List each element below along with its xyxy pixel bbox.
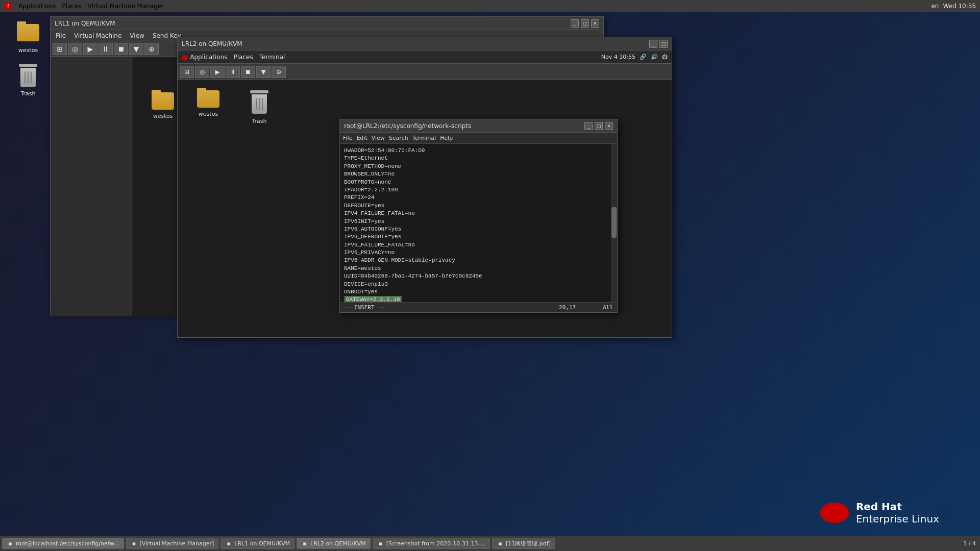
lrl1-restore-button[interactable]: □ <box>581 19 589 28</box>
terminal-minimize-button[interactable]: _ <box>584 122 593 130</box>
terminal-menu-edit[interactable]: Edit <box>356 135 367 141</box>
terminal-menu-view[interactable]: View <box>372 135 385 141</box>
terminal-menu-terminal[interactable]: Terminal <box>412 135 436 141</box>
lrl1-toolbar-btn-4[interactable]: ⏸ <box>99 43 113 55</box>
taskbar-pdf-icon: ▪ <box>497 540 504 547</box>
lrl2-titlebar[interactable]: LRL2 on QEMU/KVM _ □ <box>178 37 672 51</box>
top-taskbar: f Applications Places Virtual Machine Ma… <box>0 0 980 12</box>
taskbar-page-indicator: 1 / 4 <box>963 540 976 547</box>
terminal-line-bootproto: BOOTPROTO=none <box>344 179 613 186</box>
trash-lid <box>19 64 37 67</box>
lrl2-toolbar-btn-5[interactable]: ⏹ <box>241 66 255 78</box>
lrl1-folder-body <box>152 92 174 110</box>
lrl2-toolbar-btn-2[interactable]: ◎ <box>195 66 209 78</box>
fedora-logo: f <box>4 2 12 10</box>
terminal-line-ipv6-autoconf: IPV6_AUTOCONF=yes <box>344 226 613 233</box>
lrl1-toolbar-btn-2[interactable]: ◎ <box>68 43 82 55</box>
redhat-text-group: Red Hat Enterprise Linux <box>856 500 939 525</box>
terminal-line-ipv4-fatal: IPV4_FAILURE_FATAL=no <box>344 210 613 217</box>
terminal-title: root@LRL2:/etc/sysconfig/network-scripts <box>344 122 471 130</box>
trash-icon-shape <box>18 64 38 88</box>
top-bar-applications[interactable]: Applications <box>18 3 56 10</box>
desktop-icon-westos[interactable]: westos <box>10 20 46 54</box>
westos-folder-icon <box>16 20 40 45</box>
taskbar-item-screenshot[interactable]: ▪ [Screenshot from 2020-10-31 13-... <box>373 538 490 549</box>
taskbar-item-vm-manager[interactable]: ▪ [Virtual Machine Manager] <box>126 538 219 549</box>
terminal-menu-search[interactable]: Search <box>389 135 408 141</box>
lrl2-trash-line-3 <box>262 98 263 110</box>
taskbar-pdf-label: [11网络管理.pdf] <box>506 540 551 547</box>
lrl2-toolbar-btn-4[interactable]: ⏸ <box>226 66 240 78</box>
top-bar-left: f Applications Places Virtual Machine Ma… <box>4 2 164 10</box>
lrl2-terminal-label[interactable]: Terminal <box>259 54 285 61</box>
trash-icon <box>16 64 40 88</box>
lrl2-toolbar-btn-6[interactable]: ▼ <box>256 66 271 78</box>
lrl2-westos-label: westos <box>199 111 218 117</box>
taskbar-item-lrl1[interactable]: ▪ LRL1 on QEMU/KVM <box>220 538 295 549</box>
terminal-status-pos: 20,17 All <box>559 304 613 311</box>
lrl1-close-button[interactable]: ✕ <box>591 19 599 28</box>
lrl1-titlebar[interactable]: LRL1 on QEMU/KVM _ □ ✕ <box>51 17 603 30</box>
taskbar-terminal-icon: ▪ <box>7 540 14 547</box>
top-bar-vm-manager[interactable]: Virtual Machine Manager <box>87 3 164 10</box>
folder-icon-shape <box>17 24 39 41</box>
terminal-line-defroute: DEFROUTE=yes <box>344 202 613 210</box>
terminal-menu-file[interactable]: File <box>343 135 352 141</box>
terminal-window-controls: _ □ ✕ <box>584 122 613 130</box>
lrl1-toolbar-btn-5[interactable]: ⏹ <box>114 43 128 55</box>
lrl1-sidebar <box>51 57 132 316</box>
trash-line-3 <box>31 71 32 84</box>
lrl1-menu-file[interactable]: File <box>54 31 68 40</box>
svg-point-2 <box>824 505 845 517</box>
terminal-restore-button[interactable]: □ <box>595 122 603 130</box>
lrl2-fedora-icon: ● <box>182 53 188 61</box>
lrl1-westos-folder-icon <box>152 92 174 110</box>
terminal-line-hwaddr: HWADDR=52:54:00:7D:FA:D0 <box>344 147 613 155</box>
taskbar-lrl1-icon: ▪ <box>225 540 232 547</box>
lrl1-minimize-button[interactable]: _ <box>571 19 579 28</box>
lrl1-westos-label: westos <box>153 113 173 119</box>
taskbar-item-lrl2[interactable]: ▪ LRL2 on QEMU/KVM <box>297 538 371 549</box>
terminal-menu-help[interactable]: Help <box>440 135 453 141</box>
lrl2-minimize-button[interactable]: _ <box>649 40 657 48</box>
taskbar-root-terminal-label: root@localhost:/etc/sysconfig/netw... <box>16 540 119 547</box>
bottom-taskbar: ▪ root@localhost:/etc/sysconfig/netw... … <box>0 536 980 551</box>
lrl2-file-icon-trash[interactable]: Trash <box>239 90 280 124</box>
lrl2-places-label[interactable]: Places <box>234 54 253 61</box>
terminal-titlebar[interactable]: root@LRL2:/etc/sysconfig/network-scripts… <box>340 119 617 133</box>
terminal-line-proxy: PROXY_METHOD=none <box>344 163 613 170</box>
terminal-line-ipv6-fatal: IPV6_FAILURE_FATAL=no <box>344 241 613 249</box>
terminal-close-button[interactable]: ✕ <box>605 122 613 130</box>
top-bar-right: en Wed 10:55 <box>931 3 976 10</box>
trash-body <box>20 68 36 87</box>
top-bar-places[interactable]: Places <box>62 3 81 10</box>
taskbar-item-root-terminal[interactable]: ▪ root@localhost:/etc/sysconfig/netw... <box>2 538 124 549</box>
desktop-icon-trash[interactable]: Trash <box>10 64 46 97</box>
lrl2-power-icon: ⏻ <box>662 54 668 60</box>
desktop: f Applications Places Virtual Machine Ma… <box>0 0 980 551</box>
lrl1-toolbar-btn-1[interactable]: ⊞ <box>53 43 67 55</box>
top-bar-lang: en <box>931 3 939 10</box>
lrl2-trash-lid <box>250 90 268 93</box>
taskbar-item-pdf[interactable]: ▪ [11网络管理.pdf] <box>492 538 555 549</box>
window-lrl2: LRL2 on QEMU/KVM _ □ ● Applications Plac… <box>177 37 672 338</box>
top-bar-fedora-icon[interactable]: f <box>4 2 12 10</box>
lrl2-toolbar-btn-1[interactable]: ⊞ <box>180 66 194 78</box>
lrl1-menu-view[interactable]: View <box>128 31 146 40</box>
lrl1-toolbar-btn-3[interactable]: ▶ <box>83 43 97 55</box>
lrl2-topbar-right: Nov 4 10:55 🔗 🔊 ⏻ <box>601 54 668 60</box>
lrl1-toolbar-btn-6[interactable]: ▼ <box>129 43 143 55</box>
lrl2-apps-item[interactable]: ● Applications <box>182 53 228 61</box>
lrl2-restore-button[interactable]: □ <box>659 40 668 48</box>
terminal-scrollbar-thumb[interactable] <box>611 207 617 238</box>
lrl2-toolbar-btn-3[interactable]: ▶ <box>210 66 225 78</box>
lrl1-menu-vm[interactable]: Virtual Machine <box>72 31 124 40</box>
lrl2-file-icon-westos[interactable]: westos <box>188 90 229 124</box>
taskbar-lrl2-icon: ▪ <box>301 540 308 547</box>
lrl1-toolbar-btn-7[interactable]: ⊕ <box>144 43 159 55</box>
lrl1-window-controls: _ □ ✕ <box>571 19 599 28</box>
terminal-scrollbar[interactable] <box>611 144 617 302</box>
lrl2-network-icon: 🔗 <box>640 54 647 60</box>
lrl2-toolbar-btn-7[interactable]: ⊕ <box>272 66 286 78</box>
lrl2-trash-line-1 <box>256 98 257 110</box>
